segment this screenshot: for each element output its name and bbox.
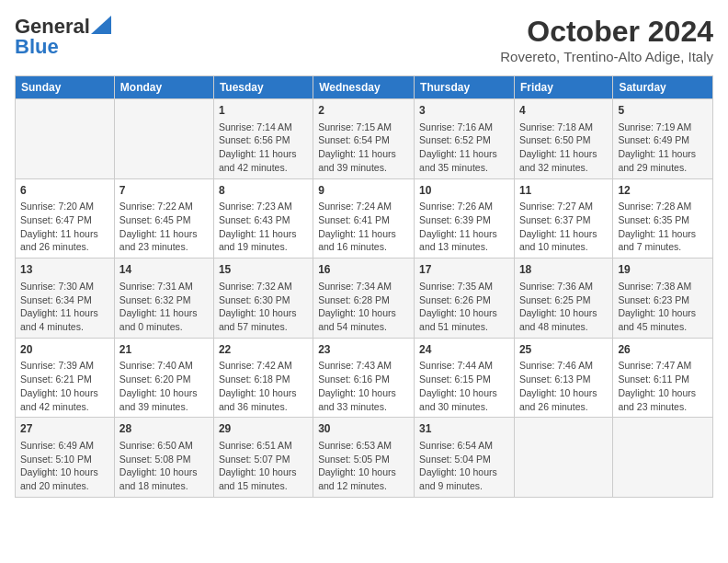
day-number: 6 xyxy=(20,183,109,199)
day-content: Sunrise: 7:39 AM Sunset: 6:21 PM Dayligh… xyxy=(20,359,109,413)
day-content: Sunrise: 7:28 AM Sunset: 6:35 PM Dayligh… xyxy=(618,200,708,254)
logo-triangle-icon xyxy=(91,16,111,34)
page-header: General Blue October 2024 Rovereto, Tren… xyxy=(15,15,713,64)
day-content: Sunrise: 6:54 AM Sunset: 5:04 PM Dayligh… xyxy=(419,439,509,493)
day-content: Sunrise: 7:47 AM Sunset: 6:11 PM Dayligh… xyxy=(618,359,708,413)
day-content: Sunrise: 7:38 AM Sunset: 6:23 PM Dayligh… xyxy=(618,280,708,334)
svg-marker-0 xyxy=(91,16,111,34)
table-row: 27Sunrise: 6:49 AM Sunset: 5:10 PM Dayli… xyxy=(16,418,115,498)
day-number: 15 xyxy=(219,262,308,278)
day-content: Sunrise: 7:31 AM Sunset: 6:32 PM Dayligh… xyxy=(119,280,209,334)
day-content: Sunrise: 7:43 AM Sunset: 6:16 PM Dayligh… xyxy=(318,359,409,413)
day-number: 21 xyxy=(119,342,209,358)
day-content: Sunrise: 7:19 AM Sunset: 6:49 PM Dayligh… xyxy=(618,121,708,175)
col-header-saturday: Saturday xyxy=(613,76,713,99)
table-row: 25Sunrise: 7:46 AM Sunset: 6:13 PM Dayli… xyxy=(514,338,612,418)
day-number: 24 xyxy=(419,342,509,358)
title-block: October 2024 Rovereto, Trentino-Alto Adi… xyxy=(500,15,713,64)
calendar-week-5: 27Sunrise: 6:49 AM Sunset: 5:10 PM Dayli… xyxy=(16,418,713,498)
table-row: 11Sunrise: 7:27 AM Sunset: 6:37 PM Dayli… xyxy=(514,178,612,259)
table-row: 26Sunrise: 7:47 AM Sunset: 6:11 PM Dayli… xyxy=(613,338,713,418)
day-content: Sunrise: 7:46 AM Sunset: 6:13 PM Dayligh… xyxy=(519,359,608,413)
day-content: Sunrise: 7:36 AM Sunset: 6:25 PM Dayligh… xyxy=(519,280,608,334)
table-row: 30Sunrise: 6:53 AM Sunset: 5:05 PM Dayli… xyxy=(313,418,415,498)
day-content: Sunrise: 7:24 AM Sunset: 6:41 PM Dayligh… xyxy=(318,200,409,254)
day-content: Sunrise: 7:35 AM Sunset: 6:26 PM Dayligh… xyxy=(419,280,509,334)
day-number: 2 xyxy=(318,103,409,119)
day-number: 3 xyxy=(419,103,509,119)
table-row: 20Sunrise: 7:39 AM Sunset: 6:21 PM Dayli… xyxy=(16,338,115,418)
day-number: 27 xyxy=(20,421,109,437)
day-number: 28 xyxy=(119,421,209,437)
table-row: 13Sunrise: 7:30 AM Sunset: 6:34 PM Dayli… xyxy=(16,259,115,339)
calendar-week-4: 20Sunrise: 7:39 AM Sunset: 6:21 PM Dayli… xyxy=(16,338,713,418)
day-content: Sunrise: 7:14 AM Sunset: 6:56 PM Dayligh… xyxy=(219,121,308,175)
table-row: 19Sunrise: 7:38 AM Sunset: 6:23 PM Dayli… xyxy=(613,259,713,339)
day-number: 26 xyxy=(618,342,708,358)
day-number: 8 xyxy=(219,183,308,199)
day-content: Sunrise: 7:18 AM Sunset: 6:50 PM Dayligh… xyxy=(519,121,608,175)
day-number: 12 xyxy=(618,183,708,199)
day-number: 4 xyxy=(519,103,608,119)
table-row xyxy=(514,418,612,498)
table-row: 28Sunrise: 6:50 AM Sunset: 5:08 PM Dayli… xyxy=(114,418,213,498)
day-content: Sunrise: 7:22 AM Sunset: 6:45 PM Dayligh… xyxy=(119,200,209,254)
col-header-wednesday: Wednesday xyxy=(313,76,415,99)
day-number: 16 xyxy=(318,262,409,278)
table-row: 12Sunrise: 7:28 AM Sunset: 6:35 PM Dayli… xyxy=(613,178,713,259)
location-title: Rovereto, Trentino-Alto Adige, Italy xyxy=(500,49,713,64)
calendar-week-1: 1Sunrise: 7:14 AM Sunset: 6:56 PM Daylig… xyxy=(16,99,713,179)
day-content: Sunrise: 7:40 AM Sunset: 6:20 PM Dayligh… xyxy=(119,359,209,413)
table-row: 31Sunrise: 6:54 AM Sunset: 5:04 PM Dayli… xyxy=(415,418,515,498)
col-header-friday: Friday xyxy=(514,76,612,99)
table-row: 21Sunrise: 7:40 AM Sunset: 6:20 PM Dayli… xyxy=(114,338,213,418)
table-row: 4Sunrise: 7:18 AM Sunset: 6:50 PM Daylig… xyxy=(514,99,612,179)
table-row: 15Sunrise: 7:32 AM Sunset: 6:30 PM Dayli… xyxy=(213,259,313,339)
day-number: 11 xyxy=(519,183,608,199)
day-number: 30 xyxy=(318,421,409,437)
day-number: 18 xyxy=(519,262,608,278)
logo-blue-text: Blue xyxy=(15,35,59,59)
table-row: 8Sunrise: 7:23 AM Sunset: 6:43 PM Daylig… xyxy=(213,178,313,259)
col-header-sunday: Sunday xyxy=(16,76,115,99)
day-content: Sunrise: 6:49 AM Sunset: 5:10 PM Dayligh… xyxy=(20,439,109,493)
day-content: Sunrise: 7:16 AM Sunset: 6:52 PM Dayligh… xyxy=(419,121,509,175)
day-number: 25 xyxy=(519,342,608,358)
month-title: October 2024 xyxy=(500,15,713,49)
day-content: Sunrise: 6:50 AM Sunset: 5:08 PM Dayligh… xyxy=(119,439,209,493)
col-header-monday: Monday xyxy=(114,76,213,99)
logo: General Blue xyxy=(15,15,111,59)
day-content: Sunrise: 7:32 AM Sunset: 6:30 PM Dayligh… xyxy=(219,280,308,334)
day-number: 29 xyxy=(219,421,308,437)
table-row: 3Sunrise: 7:16 AM Sunset: 6:52 PM Daylig… xyxy=(415,99,515,179)
day-number: 5 xyxy=(618,103,708,119)
table-row xyxy=(16,99,115,179)
table-row: 14Sunrise: 7:31 AM Sunset: 6:32 PM Dayli… xyxy=(114,259,213,339)
day-number: 1 xyxy=(219,103,308,119)
day-content: Sunrise: 7:27 AM Sunset: 6:37 PM Dayligh… xyxy=(519,200,608,254)
day-number: 14 xyxy=(119,262,209,278)
table-row xyxy=(613,418,713,498)
day-number: 17 xyxy=(419,262,509,278)
day-content: Sunrise: 7:20 AM Sunset: 6:47 PM Dayligh… xyxy=(20,200,109,254)
table-row: 10Sunrise: 7:26 AM Sunset: 6:39 PM Dayli… xyxy=(415,178,515,259)
table-row: 18Sunrise: 7:36 AM Sunset: 6:25 PM Dayli… xyxy=(514,259,612,339)
col-header-thursday: Thursday xyxy=(415,76,515,99)
table-row: 17Sunrise: 7:35 AM Sunset: 6:26 PM Dayli… xyxy=(415,259,515,339)
day-content: Sunrise: 6:53 AM Sunset: 5:05 PM Dayligh… xyxy=(318,439,409,493)
day-content: Sunrise: 7:42 AM Sunset: 6:18 PM Dayligh… xyxy=(219,359,308,413)
day-number: 13 xyxy=(20,262,109,278)
day-number: 20 xyxy=(20,342,109,358)
table-row: 2Sunrise: 7:15 AM Sunset: 6:54 PM Daylig… xyxy=(313,99,415,179)
day-content: Sunrise: 7:26 AM Sunset: 6:39 PM Dayligh… xyxy=(419,200,509,254)
table-row: 22Sunrise: 7:42 AM Sunset: 6:18 PM Dayli… xyxy=(213,338,313,418)
day-content: Sunrise: 7:23 AM Sunset: 6:43 PM Dayligh… xyxy=(219,200,308,254)
table-row: 24Sunrise: 7:44 AM Sunset: 6:15 PM Dayli… xyxy=(415,338,515,418)
table-row xyxy=(114,99,213,179)
day-content: Sunrise: 7:34 AM Sunset: 6:28 PM Dayligh… xyxy=(318,280,409,334)
table-row: 7Sunrise: 7:22 AM Sunset: 6:45 PM Daylig… xyxy=(114,178,213,259)
day-content: Sunrise: 6:51 AM Sunset: 5:07 PM Dayligh… xyxy=(219,439,308,493)
day-number: 23 xyxy=(318,342,409,358)
calendar-week-3: 13Sunrise: 7:30 AM Sunset: 6:34 PM Dayli… xyxy=(16,259,713,339)
calendar-week-2: 6Sunrise: 7:20 AM Sunset: 6:47 PM Daylig… xyxy=(16,178,713,259)
